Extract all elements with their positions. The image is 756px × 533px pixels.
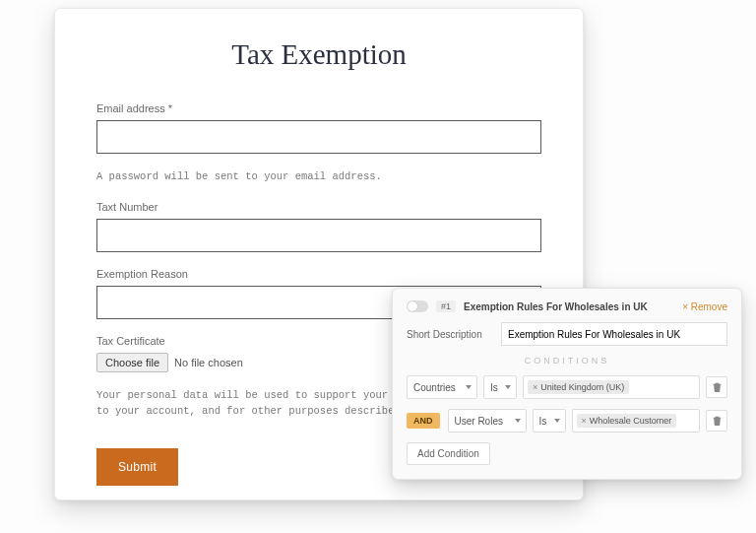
conditions-heading: CONDITIONS (407, 356, 727, 366)
email-label: Email address * (96, 102, 541, 114)
exemption-rules-panel: #1 Exemption Rules For Wholesales in UK … (392, 288, 742, 480)
condition-row-2: AND User Roles Is Wholesale Customer (407, 409, 727, 433)
file-status-text: No file chosen (174, 357, 243, 368)
tax-number-field[interactable] (96, 219, 541, 252)
delete-condition-button[interactable] (706, 376, 727, 398)
condition-row-1: Countries Is United Kingdom (UK) (407, 375, 727, 399)
country-chip[interactable]: United Kingdom (UK) (528, 380, 629, 394)
remove-rule-link[interactable]: Remove (682, 301, 727, 312)
condition-field-select[interactable]: Countries (407, 375, 477, 399)
rule-title: Exemption Rules For Wholesales in UK (464, 301, 674, 312)
choose-file-button[interactable]: Choose file (96, 353, 168, 372)
email-field[interactable] (96, 120, 541, 154)
trash-icon (713, 382, 722, 392)
role-chip[interactable]: Wholesale Customer (577, 414, 677, 428)
delete-condition-button[interactable] (706, 410, 727, 432)
short-description-field[interactable] (501, 322, 727, 346)
rule-toggle[interactable] (407, 300, 428, 312)
reason-label: Exemption Reason (96, 268, 541, 280)
condition-operator-select[interactable]: Is (533, 409, 566, 433)
email-group: Email address * (96, 102, 541, 154)
condition-operator-select[interactable]: Is (483, 375, 517, 399)
tax-number-label: Taxt Number (96, 201, 541, 213)
page-title: Tax Exemption (96, 38, 541, 71)
condition-value-box[interactable]: Wholesale Customer (572, 409, 701, 433)
submit-button[interactable]: Submit (96, 448, 178, 486)
trash-icon (713, 416, 722, 426)
password-hint: A password will be sent to your email ad… (96, 169, 541, 185)
rule-number-badge: #1 (436, 300, 456, 312)
tax-number-group: Taxt Number (96, 201, 541, 252)
and-badge: AND (407, 413, 440, 429)
condition-field-select[interactable]: User Roles (448, 409, 527, 433)
condition-value-box[interactable]: United Kingdom (UK) (523, 375, 700, 399)
short-description-label: Short Description (407, 329, 491, 340)
add-condition-button[interactable]: Add Condition (407, 442, 490, 465)
